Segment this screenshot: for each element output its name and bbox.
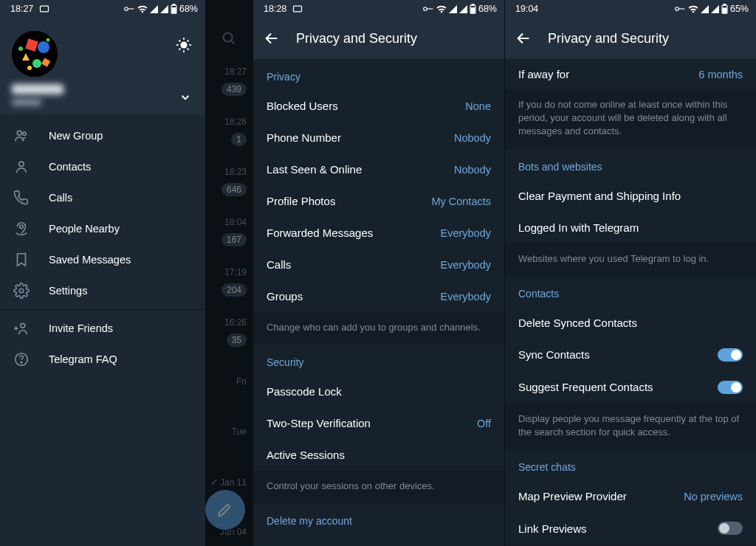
unread-badge: 1 <box>231 133 247 146</box>
signal-icon <box>150 5 158 13</box>
toggle-on[interactable] <box>718 381 743 394</box>
group-icon <box>13 128 30 144</box>
row-delete-synced[interactable]: Delete Synced Contacts <box>505 307 756 339</box>
chat-row[interactable]: 18:04167 <box>205 210 252 260</box>
phone-icon <box>13 190 30 206</box>
svg-rect-44 <box>723 8 726 13</box>
security-hint: Control your sessions on other devices. <box>253 471 504 503</box>
section-delete-account: Delete my account <box>253 503 504 534</box>
menu-people-nearby[interactable]: People Nearby <box>0 213 205 244</box>
svg-rect-38 <box>472 4 474 5</box>
row-profile-photos[interactable]: Profile PhotosMy Contacts <box>253 185 504 217</box>
chat-row[interactable]: Fri <box>205 360 252 410</box>
row-blocked-users[interactable]: Blocked UsersNone <box>253 90 504 122</box>
section-contacts: Contacts <box>505 276 756 307</box>
svg-rect-35 <box>294 6 302 12</box>
svg-point-7 <box>38 41 49 53</box>
menu-settings[interactable]: Settings <box>0 275 205 306</box>
gear-icon <box>13 283 30 299</box>
row-if-away-for[interactable]: If away for6 months <box>505 59 756 89</box>
chat-row[interactable]: Tue <box>205 410 252 460</box>
chat-row[interactable]: 18:27439 <box>205 59 252 109</box>
vpn-icon <box>674 5 686 13</box>
row-suggest-frequent[interactable]: Suggest Frequent Contacts <box>505 371 756 404</box>
privacy-hint: Change who can add you to groups and cha… <box>253 312 504 345</box>
chat-row[interactable]: 17:19204 <box>205 260 252 310</box>
svg-point-32 <box>21 362 21 362</box>
status-battery: 65% <box>730 4 749 14</box>
row-forwarded-messages[interactable]: Forwarded MessagesEverybody <box>253 217 504 249</box>
unread-badge: 439 <box>221 83 247 96</box>
compose-fab[interactable] <box>205 490 245 530</box>
battery-icon <box>721 4 728 14</box>
status-time: 19:04 <box>515 4 538 14</box>
svg-line-34 <box>231 41 234 44</box>
row-groups[interactable]: GroupsEverybody <box>253 280 504 312</box>
menu-label: Contacts <box>49 161 91 173</box>
menu-label: New Group <box>49 130 103 142</box>
row-logged-in-telegram[interactable]: Logged In with Telegram <box>505 212 756 243</box>
svg-point-41 <box>676 7 679 11</box>
row-sync-contacts[interactable]: Sync Contacts <box>505 339 756 371</box>
expand-accounts-icon[interactable] <box>179 91 192 104</box>
unread-badge: 646 <box>221 183 247 196</box>
row-two-step[interactable]: Two-Step VerificationOff <box>253 407 504 439</box>
row-calls[interactable]: CallsEverybody <box>253 249 504 280</box>
menu-contacts[interactable]: Contacts <box>0 151 205 182</box>
row-active-sessions[interactable]: Active Sessions <box>253 439 504 471</box>
svg-point-1 <box>125 7 128 11</box>
row-last-seen[interactable]: Last Seen & OnlineNobody <box>253 153 504 185</box>
menu-faq[interactable]: Telegram FAQ <box>0 344 205 375</box>
menu-invite-friends[interactable]: Invite Friends <box>0 313 205 344</box>
section-secret-chats: Secret chats <box>505 449 756 480</box>
status-time: 18:28 <box>264 4 286 14</box>
chat-row[interactable]: 18:261 <box>205 109 252 159</box>
svg-line-22 <box>179 49 180 50</box>
chat-row[interactable]: 18:23646 <box>205 159 252 210</box>
row-passcode-lock[interactable]: Passcode Lock <box>253 376 504 407</box>
avatar[interactable] <box>12 31 58 77</box>
status-battery: 68% <box>179 4 198 14</box>
svg-rect-3 <box>173 4 175 5</box>
away-hint: If you do not come online at least once … <box>505 89 756 149</box>
row-map-preview[interactable]: Map Preview ProviderNo previews <box>505 480 756 512</box>
back-icon[interactable] <box>264 30 280 46</box>
menu-new-group[interactable]: New Group <box>0 120 205 151</box>
row-if-away-for[interactable]: If away for6 months <box>253 534 504 546</box>
svg-point-24 <box>23 132 26 135</box>
battery-icon <box>470 4 476 14</box>
svg-rect-43 <box>724 4 726 5</box>
menu-divider <box>0 309 205 310</box>
svg-point-23 <box>17 131 21 135</box>
section-bots: Bots and websites <box>505 149 756 180</box>
svg-point-14 <box>180 41 187 48</box>
wifi-icon <box>436 5 447 13</box>
page-title: Privacy and Security <box>296 31 417 46</box>
back-icon[interactable] <box>515 30 532 46</box>
search-icon[interactable] <box>205 18 252 59</box>
svg-point-10 <box>32 59 41 68</box>
svg-point-26 <box>20 225 24 229</box>
theme-toggle-icon[interactable] <box>176 37 192 53</box>
menu-label: People Nearby <box>49 223 120 235</box>
row-clear-payment[interactable]: Clear Payment and Shipping Info <box>505 180 756 212</box>
menu-saved-messages[interactable]: Saved Messages <box>0 244 205 275</box>
menu-label: Telegram FAQ <box>49 353 117 365</box>
page-title: Privacy and Security <box>548 31 669 46</box>
menu-label: Invite Friends <box>49 322 113 334</box>
signal-icon-2 <box>459 5 467 13</box>
svg-point-12 <box>27 66 32 70</box>
chat-row[interactable]: 16:2635 <box>205 310 252 360</box>
row-link-previews[interactable]: Link Previews <box>505 512 756 545</box>
signal-icon <box>449 5 457 13</box>
bots-hint: Websites where you used Telegram to log … <box>505 243 756 276</box>
toggle-off[interactable] <box>718 522 743 535</box>
svg-point-36 <box>424 7 427 11</box>
svg-rect-4 <box>172 8 176 13</box>
toggle-on[interactable] <box>718 348 743 362</box>
drawer-menu: New Group Contacts Calls People Nearby S… <box>0 114 205 381</box>
wifi-icon <box>688 5 698 13</box>
menu-calls[interactable]: Calls <box>0 182 205 213</box>
svg-point-5 <box>12 31 58 77</box>
row-phone-number[interactable]: Phone NumberNobody <box>253 122 504 153</box>
